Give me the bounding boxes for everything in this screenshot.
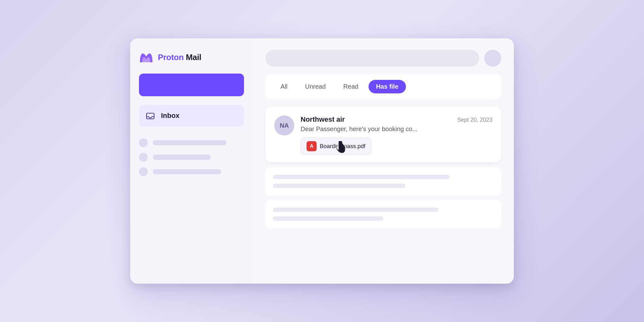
skeleton-line [273,208,439,212]
skeleton-line [153,140,226,145]
app-window: Proton Mail Inbox [130,38,514,284]
email-date: Sept 20, 2023 [457,117,492,123]
email-header: NA Northwest air Sept 20, 2023 Dear Pass… [274,115,492,155]
email-preview: Dear Passenger, here's your booking co..… [301,125,492,133]
skeleton-card [265,167,501,196]
top-bar [265,50,501,67]
skeleton-card [265,200,501,228]
email-sender: Northwest air [301,115,345,124]
app-title: Proton Mail [158,53,201,62]
tab-all[interactable]: All [273,80,295,93]
user-avatar[interactable] [484,50,501,67]
skeleton-line [153,169,221,174]
skeleton-line [273,216,383,221]
proton-logo-icon [139,51,153,64]
skeleton-line [273,184,405,188]
tab-has-file[interactable]: Has file [369,80,406,93]
pdf-icon: A [307,141,317,151]
tab-read[interactable]: Read [336,80,366,93]
inbox-label: Inbox [161,112,180,120]
inbox-icon [145,111,155,121]
sidebar-skeleton-list [139,135,244,179]
filter-tabs-container: All Unread Read Has file [265,74,501,99]
tab-unread[interactable]: Unread [297,80,333,93]
email-body: Northwest air Sept 20, 2023 Dear Passeng… [301,115,492,155]
skeleton-row [139,138,244,147]
skeleton-circle [139,138,148,147]
compose-button[interactable] [139,74,244,96]
skeleton-line [153,155,211,160]
email-card[interactable]: NA Northwest air Sept 20, 2023 Dear Pass… [265,107,501,162]
sidebar-item-inbox[interactable]: Inbox [139,105,244,126]
skeleton-row [139,167,244,176]
sidebar-nav: Inbox [139,105,244,126]
search-bar[interactable] [265,50,479,67]
skeleton-cards [265,167,501,228]
attachment-chip[interactable]: A Boarding pass.pdf [301,138,371,155]
skeleton-circle [139,167,148,176]
skeleton-line [273,175,450,179]
avatar: NA [274,115,294,136]
email-list: NA Northwest air Sept 20, 2023 Dear Pass… [265,107,501,228]
main-content: All Unread Read Has file NA Northwest ai… [253,38,514,284]
logo-area: Proton Mail [139,51,244,65]
attachment-filename: Boarding pass.pdf [320,143,365,150]
skeleton-circle [139,153,148,162]
email-top-row: Northwest air Sept 20, 2023 [301,115,492,124]
skeleton-row [139,153,244,162]
sidebar: Proton Mail Inbox [130,38,253,284]
